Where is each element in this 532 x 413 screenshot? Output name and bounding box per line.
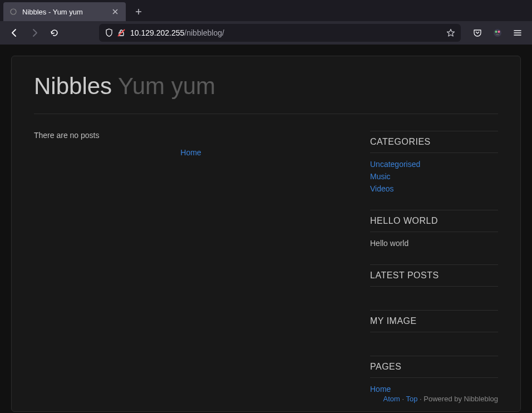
- category-link[interactable]: Videos: [370, 184, 498, 193]
- url-text: 10.129.202.255/nibbleblog/: [130, 28, 442, 37]
- blog-header: Nibbles Yum yum: [34, 73, 498, 114]
- widget-title-pages: PAGES: [370, 356, 498, 378]
- blog-subtitle: Yum yum: [118, 73, 215, 99]
- svg-point-0: [11, 9, 16, 14]
- new-tab-button[interactable]: [130, 3, 147, 20]
- bookmark-star-icon[interactable]: [446, 28, 455, 37]
- widget-latest: LATEST POSTS: [370, 264, 498, 293]
- back-button[interactable]: [6, 24, 23, 42]
- widget-myimage: MY IMAGE: [370, 310, 498, 339]
- widget-content-categories: Uncategorised Music Videos: [370, 153, 498, 193]
- widget-content-myimage: [370, 332, 498, 339]
- page-content: Nibbles Yum yum There are no posts Home …: [0, 45, 532, 413]
- lock-insecure-icon[interactable]: [117, 28, 126, 37]
- blog-footer: Atom · Top · Powered by Nibbleblog: [383, 395, 499, 403]
- reload-button[interactable]: [46, 24, 63, 42]
- forward-button[interactable]: [26, 24, 43, 42]
- widget-title-latest: LATEST POSTS: [370, 264, 498, 287]
- pocket-icon[interactable]: [469, 24, 486, 42]
- tab-title: Nibbles - Yum yum: [22, 8, 106, 16]
- widget-content-hello: Hello world: [370, 232, 498, 248]
- svg-point-4: [495, 31, 497, 33]
- browser-tab[interactable]: Nibbles - Yum yum: [3, 2, 126, 21]
- tab-close-icon[interactable]: [110, 7, 120, 17]
- footer-top-link[interactable]: Top: [406, 395, 417, 403]
- tab-bar: Nibbles - Yum yum: [0, 0, 532, 21]
- header-divider: [34, 114, 498, 114]
- category-link[interactable]: Uncategorised: [370, 160, 498, 169]
- url-security-icons: [105, 28, 126, 37]
- blog-container: Nibbles Yum yum There are no posts Home …: [11, 56, 521, 412]
- tab-favicon-icon: [9, 7, 18, 16]
- widget-title-myimage: MY IMAGE: [370, 310, 498, 332]
- blog-title-main: Nibbles: [34, 73, 112, 99]
- extension-icon[interactable]: [489, 24, 506, 42]
- menu-icon[interactable]: [509, 24, 526, 42]
- svg-point-3: [494, 29, 501, 37]
- widget-pages: PAGES Home: [370, 356, 498, 394]
- blog-title: Nibbles Yum yum: [34, 73, 498, 100]
- sidebar: CATEGORIES Uncategorised Music Videos HE…: [370, 131, 498, 410]
- widget-content-latest: [370, 287, 498, 293]
- shield-icon[interactable]: [105, 28, 114, 37]
- no-posts-message: There are no posts: [34, 131, 348, 140]
- main-column: There are no posts Home: [34, 131, 348, 410]
- page-link[interactable]: Home: [370, 385, 498, 394]
- home-link[interactable]: Home: [34, 148, 348, 157]
- widget-categories: CATEGORIES Uncategorised Music Videos: [370, 131, 498, 193]
- url-path: /nibbleblog/: [184, 28, 224, 37]
- widget-title-categories: CATEGORIES: [370, 131, 498, 153]
- toolbar-right: [469, 24, 526, 42]
- blog-body: There are no posts Home CATEGORIES Uncat…: [34, 131, 498, 410]
- widget-content-pages: Home: [370, 378, 498, 394]
- footer-powered: Powered by Nibbleblog: [423, 395, 498, 403]
- widget-title-hello: HELLO WORLD: [370, 210, 498, 232]
- svg-rect-6: [496, 34, 499, 35]
- svg-point-5: [498, 31, 500, 33]
- hello-text: Hello world: [370, 239, 498, 248]
- url-bar[interactable]: 10.129.202.255/nibbleblog/: [99, 24, 461, 42]
- url-host: 10.129.202.255: [130, 28, 184, 37]
- widget-hello: HELLO WORLD Hello world: [370, 210, 498, 248]
- category-link[interactable]: Music: [370, 172, 498, 181]
- browser-toolbar: 10.129.202.255/nibbleblog/: [0, 21, 532, 45]
- footer-atom-link[interactable]: Atom: [383, 395, 400, 403]
